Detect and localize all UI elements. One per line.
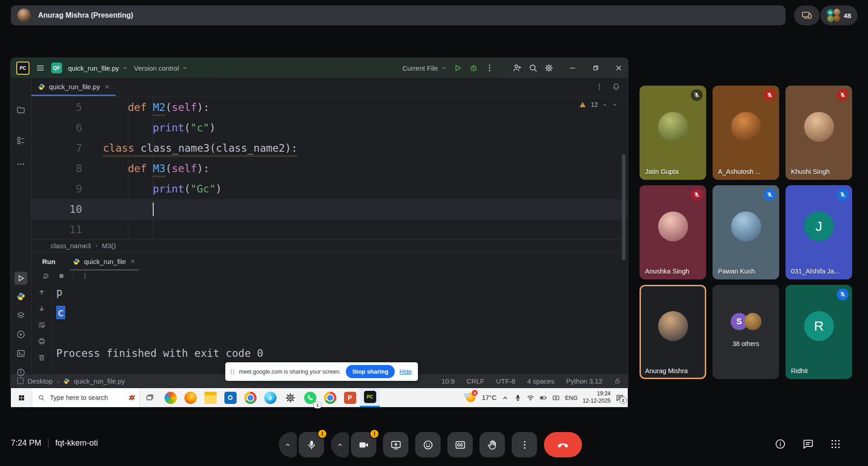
rerun-icon[interactable] (42, 272, 50, 280)
taskbar-app-chrome[interactable] (240, 388, 260, 407)
soft-wrap-icon[interactable] (38, 321, 46, 329)
status-item[interactable]: CRLF (466, 377, 484, 385)
structure-icon[interactable] (16, 136, 26, 145)
status-path-root[interactable]: Desktop (28, 377, 53, 385)
companion-devices-button[interactable] (794, 5, 820, 25)
tile-ridhit[interactable]: RRidhit (786, 285, 852, 379)
notification-center-button[interactable]: 2 (616, 394, 624, 402)
taskbar-search[interactable] (32, 388, 140, 407)
tray-microphone-icon[interactable] (514, 394, 522, 402)
breadcrumb-class[interactable]: class_name3 (51, 242, 91, 250)
problems-icon[interactable] (16, 368, 26, 377)
status-item[interactable]: Python 3.12 (566, 377, 602, 385)
tile-jatin-gupta[interactable]: Jatin Gupta (640, 86, 706, 180)
terminal-icon[interactable] (16, 349, 26, 358)
status-item[interactable]: 4 spaces (527, 377, 554, 385)
raise-hand-button[interactable] (480, 432, 505, 457)
tile-031-alshifa-ja[interactable]: J031_Alshifa Ja... (786, 185, 852, 279)
taskbar-app-edge[interactable]: e (260, 388, 280, 407)
clock-widget[interactable]: 19:2412-12-2025 (583, 390, 611, 404)
chat-button[interactable] (802, 438, 814, 450)
main-menu-icon[interactable] (35, 63, 45, 73)
tile-pawan-kush[interactable]: Pawan Kush (713, 185, 779, 279)
code-editor[interactable]: 5def M2(self):6print("c")7class class_na… (31, 96, 628, 240)
editor-options-icon[interactable] (595, 82, 604, 91)
taskbar-app-file-explorer[interactable] (200, 388, 220, 407)
wifi-icon[interactable] (527, 394, 534, 402)
camera-button[interactable]: ! (351, 432, 376, 457)
python-console-icon[interactable] (16, 292, 26, 301)
taskbar-app-copilot[interactable] (160, 388, 180, 407)
scroll-down-icon[interactable] (38, 305, 46, 312)
tile-khushi-singh[interactable]: Khushi Singh (786, 86, 852, 180)
end-call-button[interactable] (544, 432, 582, 457)
status-item[interactable]: UTF-8 (496, 377, 515, 385)
run-button[interactable] (453, 63, 463, 73)
status-item[interactable]: 10:9 (441, 377, 455, 385)
start-button[interactable] (11, 388, 32, 407)
window-minimize-button[interactable] (568, 63, 577, 72)
hide-banner-link[interactable]: Hide (400, 368, 412, 375)
screen-record-icon[interactable] (552, 394, 560, 402)
debug-button[interactable] (469, 63, 479, 73)
search-input[interactable] (49, 394, 124, 402)
stop-icon[interactable] (58, 272, 65, 280)
battery-icon[interactable] (539, 394, 547, 402)
stop-sharing-button[interactable]: Stop sharing (346, 365, 394, 378)
next-warning-icon[interactable] (612, 102, 618, 108)
captions-button[interactable] (447, 432, 473, 457)
more-tool-windows-icon[interactable] (16, 159, 26, 169)
search-everywhere-icon[interactable] (528, 63, 538, 73)
more-actions-icon[interactable] (485, 63, 495, 73)
code-with-me-icon[interactable] (512, 63, 522, 73)
services-icon[interactable] (16, 330, 26, 339)
status-path-file[interactable]: quick_run_file.py (74, 377, 125, 385)
taskbar-app-outlook[interactable]: O (220, 388, 240, 407)
run-configuration-selector[interactable]: Current File (402, 64, 447, 72)
python-packages-icon[interactable] (16, 311, 26, 320)
scroll-up-icon[interactable] (38, 288, 46, 296)
tile-anushka-singh[interactable]: Anushka Singh (640, 185, 706, 279)
taskbar-app-powerpoint[interactable]: P (340, 388, 360, 407)
microphone-button-options[interactable] (279, 432, 297, 457)
tile-others[interactable]: S38 others (713, 285, 779, 379)
taskbar-app-chrome-2[interactable] (320, 388, 340, 407)
inspections-widget[interactable]: 12 (579, 101, 618, 109)
tab-close-icon[interactable] (104, 84, 110, 90)
activities-button[interactable] (830, 438, 841, 450)
weather-widget[interactable]: 4 (463, 391, 477, 404)
reactions-button[interactable] (415, 432, 441, 457)
present-button[interactable] (383, 432, 408, 457)
meeting-details-button[interactable] (775, 438, 786, 450)
participant-count-button[interactable]: R 48 (820, 5, 858, 25)
editor-scrollbar[interactable] (622, 154, 626, 260)
taskbar-app-pycharm[interactable]: PC (360, 388, 380, 407)
notifications-bell-icon[interactable] (612, 82, 621, 91)
taskbar-app-firefox[interactable] (180, 388, 200, 407)
more-options-button[interactable] (512, 432, 537, 457)
holiday-flower-icon[interactable] (128, 394, 136, 401)
taskbar-app-whatsapp[interactable]: 1 (300, 388, 320, 407)
window-restore-button[interactable] (591, 63, 600, 72)
window-close-button[interactable] (614, 63, 623, 72)
tray-expand-icon[interactable] (501, 394, 509, 402)
tile-a-ashutosh[interactable]: A_Ashutosh ... (713, 86, 779, 180)
task-view-button[interactable] (140, 388, 160, 407)
project-selector[interactable]: quick_run_file.py (68, 64, 128, 72)
breadcrumb-method[interactable]: M3() (102, 242, 116, 250)
tile-anurag-mishra[interactable]: Anurag Mishra (640, 285, 706, 379)
clear-all-icon[interactable] (38, 354, 46, 361)
print-icon[interactable] (38, 337, 46, 345)
settings-gear-icon[interactable] (544, 63, 554, 73)
language-indicator[interactable]: ENG (565, 394, 577, 401)
file-writable-icon[interactable] (614, 377, 621, 384)
taskbar-app-settings[interactable] (280, 388, 300, 407)
more-vertical-icon[interactable] (81, 272, 89, 280)
banner-drag-handle-icon[interactable] (231, 369, 234, 375)
previous-warning-icon[interactable] (602, 102, 608, 108)
vcs-widget[interactable]: Version control (134, 64, 188, 72)
run-tab[interactable]: quick_run_file (67, 252, 141, 270)
camera-button-options[interactable] (331, 432, 349, 457)
run-console[interactable]: pcProcess finished with exit code 0 (31, 282, 628, 374)
run-tool-window-icon[interactable] (15, 272, 28, 285)
